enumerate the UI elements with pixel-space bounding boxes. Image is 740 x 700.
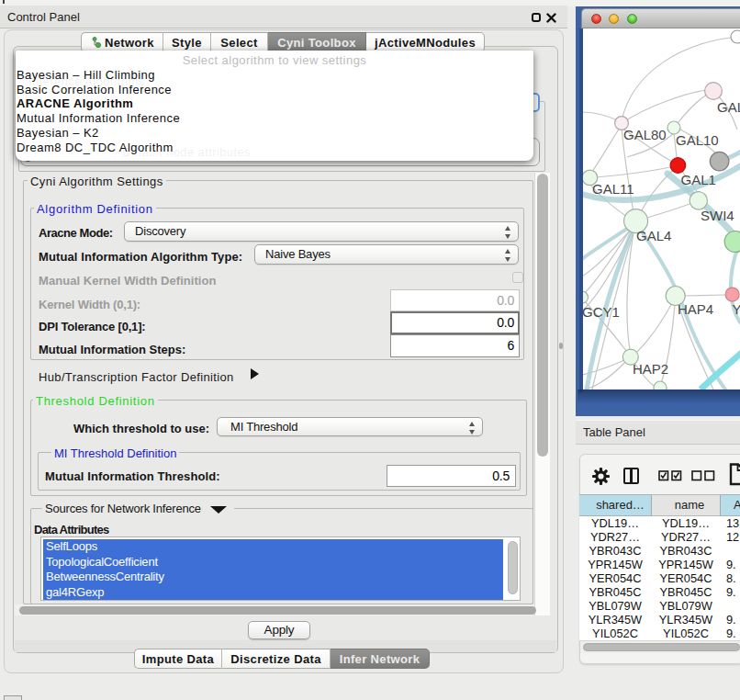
svg-text:SWI4: SWI4 <box>701 208 734 223</box>
svg-text:GCY1: GCY1 <box>583 304 620 320</box>
svg-text:GAL10: GAL10 <box>676 132 719 148</box>
svg-text:HAP2: HAP2 <box>633 361 668 377</box>
svg-text:HAP4: HAP4 <box>678 301 713 317</box>
svg-text:GAL1: GAL1 <box>681 172 716 187</box>
svg-text:GAL11: GAL11 <box>592 181 634 197</box>
svg-text:GAL7: GAL7 <box>717 99 740 115</box>
svg-text:Y: Y <box>733 301 740 317</box>
svg-text:GAL80: GAL80 <box>623 127 667 142</box>
svg-text:GAL4: GAL4 <box>636 228 671 243</box>
